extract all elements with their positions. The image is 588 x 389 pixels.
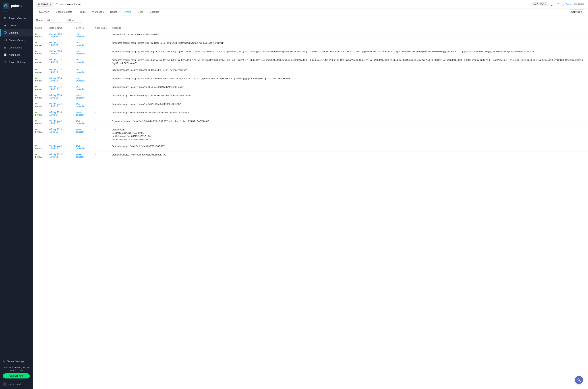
cell-datetime: 05 July 2024, 14:03:52: [47, 31, 74, 40]
cell-service: aws-controller: [73, 152, 92, 160]
cell-nodename: -: [92, 143, 109, 152]
status-label: normal: [35, 122, 42, 125]
datetime-link[interactable]: 05 July 2024, 14:03:52: [50, 33, 62, 38]
service-link[interactable]: aws-controller: [76, 153, 85, 158]
cell-service: aws-controller: [73, 84, 92, 92]
cell-nodename: -: [92, 92, 109, 101]
docs-button[interactable]: 📄 Docs: [562, 3, 571, 6]
datetime-link[interactable]: 05 July 2024, 14:03:20: [50, 41, 62, 46]
message-text: Created managed SecurityGroup "sg-0bed8e…: [112, 85, 586, 89]
cell-nodename: -: [92, 40, 109, 48]
tab-backups[interactable]: Backups: [147, 9, 162, 15]
tab-scan[interactable]: Scan: [135, 9, 146, 15]
sidebar-item-workspaces[interactable]: ⊟ Workspaces: [0, 44, 33, 51]
datetime-link[interactable]: 05 July 2024, 14:03:18: [50, 85, 62, 91]
service-link[interactable]: aws-controller: [76, 41, 85, 46]
service-link[interactable]: aws-controller: [76, 128, 85, 133]
breadcrumb-sep: /: [65, 3, 66, 6]
sidebar-item-profiles[interactable]: ◈ Profiles: [0, 22, 33, 29]
status-dot: [35, 50, 37, 52]
status-label: normal: [35, 97, 42, 99]
node-value: -: [95, 120, 96, 122]
sidebar-item-project-overview[interactable]: ⊞ Project Overview: [0, 15, 33, 22]
node-value: -: [95, 153, 96, 156]
upgrade-box: Start small and only pay for what you us…: [3, 365, 30, 381]
spectro-logo[interactable]: S spectro cloud ‹: [3, 381, 30, 387]
time-filter-select[interactable]: All time ▾: [65, 18, 83, 23]
datetime-link[interactable]: 05 July 2024, 14:03:17: [50, 111, 62, 116]
env-selector[interactable]: ⊞ Default ▾: [36, 2, 53, 6]
sidebar-item-cluster-groups[interactable]: Cluster Groups: [0, 36, 33, 44]
scroll-fab[interactable]: [575, 376, 583, 384]
cell-message: Created managed RouteTable "rtb-0838203b…: [109, 152, 588, 160]
chat-icon[interactable]: 💬: [551, 2, 554, 6]
service-link[interactable]: aws-controller: [76, 77, 85, 82]
sidebar-item-clusters[interactable]: Clusters: [0, 29, 33, 36]
chevron-down-icon: ▾: [77, 19, 79, 21]
cell-nodename: -: [92, 48, 109, 57]
datetime-link[interactable]: 05 July 2024, 14:03:20: [50, 58, 62, 64]
datetime-link[interactable]: 05 July 2024, 14:03:18: [50, 102, 62, 108]
service-link[interactable]: aws-controller: [76, 94, 85, 99]
message-text: Authorized security group ingress rules …: [112, 50, 586, 53]
cell-datetime: 05 July 2024, 14:03:14: [47, 152, 74, 160]
cell-status: normal: [33, 127, 47, 143]
service-link[interactable]: aws-controller: [76, 58, 85, 64]
service-link[interactable]: aws-controller: [76, 120, 85, 125]
status-filter-label: Status: [36, 19, 43, 21]
tab-overview[interactable]: Overview: [36, 9, 52, 15]
service-link[interactable]: aws-controller: [76, 111, 85, 116]
topbar-right: 0.07/100kCh 💬 ⊙ 📄 Docs: [531, 2, 584, 6]
status-dot: [35, 33, 37, 35]
tenant-settings-item[interactable]: ⚙ Tenant Settings: [3, 358, 30, 365]
service-link[interactable]: aws-controller: [76, 50, 85, 55]
datetime-link[interactable]: 05 July 2024, 14:03:17: [50, 120, 62, 125]
status-label: normal: [35, 71, 42, 73]
cell-status: normal: [33, 57, 47, 67]
datetime-link[interactable]: 05 July 2024, 14:03:16: [50, 128, 62, 133]
cell-datetime: 05 July 2024, 14:03:18: [47, 101, 74, 109]
sidebar-item-project-settings[interactable]: ⚙ Project Settings: [0, 58, 33, 66]
datetime-link[interactable]: 05 July 2024, 14:03:16: [50, 145, 62, 150]
message-text: Created managed SecurityGroup "sg-07d1a4…: [112, 94, 586, 97]
settings-button[interactable]: Settings ▾: [569, 9, 584, 14]
tab-usage-costs[interactable]: Usage & Costs: [53, 9, 75, 15]
tab-workloads[interactable]: Workloads: [89, 9, 107, 15]
service-link[interactable]: aws-controller: [76, 102, 85, 108]
sidebar-item-audit-logs[interactable]: 📋 Audit Logs: [0, 51, 33, 58]
node-value: -: [95, 102, 96, 105]
topbar: ⊞ Default ▾ Clusters / aws-cluster 0.07/…: [33, 0, 588, 9]
cell-datetime: 05 July 2024, 14:03:20: [47, 48, 74, 57]
datetime-link[interactable]: 05 July 2024, 14:03:20: [50, 50, 62, 55]
cell-status: normal: [33, 92, 47, 101]
status-filter-select[interactable]: All ▾: [45, 18, 63, 23]
status-dot: [35, 69, 37, 70]
breadcrumb-clusters-link[interactable]: Clusters: [56, 3, 64, 6]
node-value: -: [95, 41, 96, 44]
events-table: Status Date & Time Service Node name Mes…: [33, 25, 588, 160]
service-link[interactable]: aws-controller: [76, 85, 85, 91]
tabbar: Overview Usage & Costs Profile Workloads…: [33, 9, 588, 15]
datetime-link[interactable]: 05 July 2024, 14:03:19: [50, 77, 62, 82]
settings-btn-label: Settings: [571, 10, 580, 13]
tab-profile[interactable]: Profile: [76, 9, 88, 15]
service-link[interactable]: aws-controller: [76, 145, 85, 150]
tab-nodes[interactable]: Nodes: [107, 9, 120, 15]
datetime-link[interactable]: 05 July 2024, 14:03:18: [50, 94, 62, 99]
cell-status: normal: [33, 84, 47, 92]
datetime-link[interactable]: 05 July 2024, 14:03:19: [50, 68, 62, 73]
status-label: normal: [35, 105, 42, 108]
tab-events[interactable]: Events: [121, 9, 134, 15]
datetime-link[interactable]: 05 July 2024, 14:03:14: [50, 153, 62, 158]
service-link[interactable]: aws-controller: [76, 68, 85, 73]
message-text: Authorized security group ingress rules …: [112, 77, 586, 80]
upgrade-button[interactable]: Upgrade now: [3, 373, 30, 379]
table-row: normal05 July 2024, 14:03:18aws-controll…: [33, 101, 588, 109]
sidebar-item-label: Profiles: [9, 24, 17, 27]
message-text: Associated managed RouteTable "rtb-0dfa8…: [112, 120, 586, 123]
cell-service: aws-controller: [73, 57, 92, 67]
help-icon[interactable]: ⊙: [557, 2, 559, 6]
cell-message: Associated managed RouteTable "rtb-0dfa8…: [109, 118, 588, 127]
service-link[interactable]: aws-controller: [76, 33, 85, 38]
spectro-label: spectro cloud: [8, 383, 21, 386]
